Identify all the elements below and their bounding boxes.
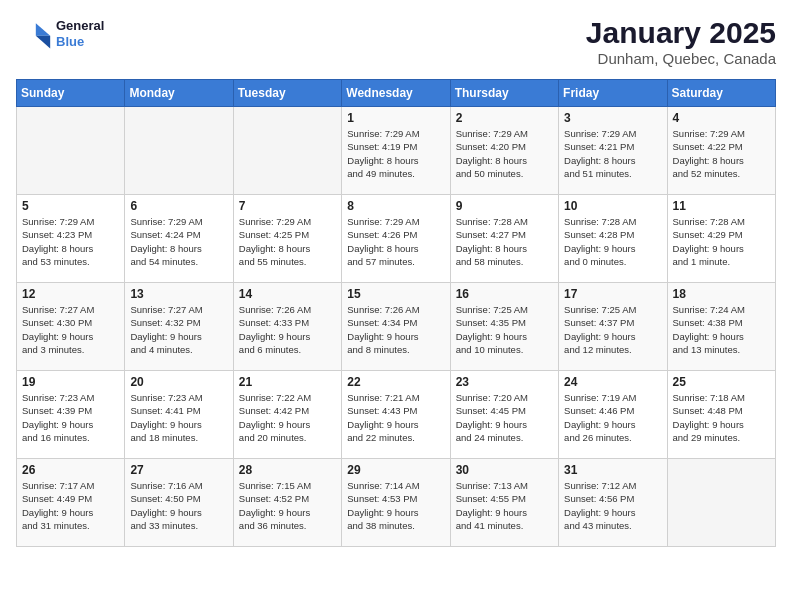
calendar-cell: 2Sunrise: 7:29 AM Sunset: 4:20 PM Daylig…: [450, 107, 558, 195]
day-info: Sunrise: 7:25 AM Sunset: 4:35 PM Dayligh…: [456, 303, 553, 356]
day-number: 8: [347, 199, 444, 213]
day-number: 6: [130, 199, 227, 213]
day-info: Sunrise: 7:19 AM Sunset: 4:46 PM Dayligh…: [564, 391, 661, 444]
calendar-cell: 19Sunrise: 7:23 AM Sunset: 4:39 PM Dayli…: [17, 371, 125, 459]
day-number: 1: [347, 111, 444, 125]
day-number: 20: [130, 375, 227, 389]
day-info: Sunrise: 7:29 AM Sunset: 4:23 PM Dayligh…: [22, 215, 119, 268]
calendar-cell: 13Sunrise: 7:27 AM Sunset: 4:32 PM Dayli…: [125, 283, 233, 371]
day-number: 27: [130, 463, 227, 477]
day-info: Sunrise: 7:23 AM Sunset: 4:39 PM Dayligh…: [22, 391, 119, 444]
day-info: Sunrise: 7:15 AM Sunset: 4:52 PM Dayligh…: [239, 479, 336, 532]
calendar-cell: 18Sunrise: 7:24 AM Sunset: 4:38 PM Dayli…: [667, 283, 775, 371]
day-number: 28: [239, 463, 336, 477]
day-number: 5: [22, 199, 119, 213]
calendar-cell: [17, 107, 125, 195]
calendar-week-row: 1Sunrise: 7:29 AM Sunset: 4:19 PM Daylig…: [17, 107, 776, 195]
day-info: Sunrise: 7:29 AM Sunset: 4:22 PM Dayligh…: [673, 127, 770, 180]
day-info: Sunrise: 7:25 AM Sunset: 4:37 PM Dayligh…: [564, 303, 661, 356]
calendar-cell: 7Sunrise: 7:29 AM Sunset: 4:25 PM Daylig…: [233, 195, 341, 283]
day-info: Sunrise: 7:29 AM Sunset: 4:20 PM Dayligh…: [456, 127, 553, 180]
calendar-cell: 14Sunrise: 7:26 AM Sunset: 4:33 PM Dayli…: [233, 283, 341, 371]
calendar-cell: 20Sunrise: 7:23 AM Sunset: 4:41 PM Dayli…: [125, 371, 233, 459]
calendar-header: SundayMondayTuesdayWednesdayThursdayFrid…: [17, 80, 776, 107]
weekday-header: Thursday: [450, 80, 558, 107]
calendar-cell: 30Sunrise: 7:13 AM Sunset: 4:55 PM Dayli…: [450, 459, 558, 547]
calendar-cell: 4Sunrise: 7:29 AM Sunset: 4:22 PM Daylig…: [667, 107, 775, 195]
title-block: January 2025 Dunham, Quebec, Canada: [586, 16, 776, 67]
day-number: 4: [673, 111, 770, 125]
day-info: Sunrise: 7:16 AM Sunset: 4:50 PM Dayligh…: [130, 479, 227, 532]
day-number: 7: [239, 199, 336, 213]
svg-marker-1: [36, 36, 50, 49]
calendar-cell: 10Sunrise: 7:28 AM Sunset: 4:28 PM Dayli…: [559, 195, 667, 283]
day-number: 12: [22, 287, 119, 301]
weekday-header: Wednesday: [342, 80, 450, 107]
calendar-cell: 3Sunrise: 7:29 AM Sunset: 4:21 PM Daylig…: [559, 107, 667, 195]
day-info: Sunrise: 7:28 AM Sunset: 4:27 PM Dayligh…: [456, 215, 553, 268]
day-info: Sunrise: 7:29 AM Sunset: 4:21 PM Dayligh…: [564, 127, 661, 180]
day-info: Sunrise: 7:17 AM Sunset: 4:49 PM Dayligh…: [22, 479, 119, 532]
calendar-cell: 5Sunrise: 7:29 AM Sunset: 4:23 PM Daylig…: [17, 195, 125, 283]
day-number: 26: [22, 463, 119, 477]
day-info: Sunrise: 7:24 AM Sunset: 4:38 PM Dayligh…: [673, 303, 770, 356]
day-info: Sunrise: 7:27 AM Sunset: 4:32 PM Dayligh…: [130, 303, 227, 356]
calendar-cell: 11Sunrise: 7:28 AM Sunset: 4:29 PM Dayli…: [667, 195, 775, 283]
logo-line1: General: [56, 18, 104, 34]
calendar-week-row: 5Sunrise: 7:29 AM Sunset: 4:23 PM Daylig…: [17, 195, 776, 283]
day-info: Sunrise: 7:18 AM Sunset: 4:48 PM Dayligh…: [673, 391, 770, 444]
day-info: Sunrise: 7:27 AM Sunset: 4:30 PM Dayligh…: [22, 303, 119, 356]
day-info: Sunrise: 7:29 AM Sunset: 4:24 PM Dayligh…: [130, 215, 227, 268]
calendar-cell: 8Sunrise: 7:29 AM Sunset: 4:26 PM Daylig…: [342, 195, 450, 283]
calendar-cell: 24Sunrise: 7:19 AM Sunset: 4:46 PM Dayli…: [559, 371, 667, 459]
day-info: Sunrise: 7:20 AM Sunset: 4:45 PM Dayligh…: [456, 391, 553, 444]
calendar-cell: 17Sunrise: 7:25 AM Sunset: 4:37 PM Dayli…: [559, 283, 667, 371]
weekday-row: SundayMondayTuesdayWednesdayThursdayFrid…: [17, 80, 776, 107]
calendar-cell: 9Sunrise: 7:28 AM Sunset: 4:27 PM Daylig…: [450, 195, 558, 283]
day-info: Sunrise: 7:12 AM Sunset: 4:56 PM Dayligh…: [564, 479, 661, 532]
day-number: 11: [673, 199, 770, 213]
calendar-cell: 1Sunrise: 7:29 AM Sunset: 4:19 PM Daylig…: [342, 107, 450, 195]
calendar-week-row: 19Sunrise: 7:23 AM Sunset: 4:39 PM Dayli…: [17, 371, 776, 459]
calendar-cell: 12Sunrise: 7:27 AM Sunset: 4:30 PM Dayli…: [17, 283, 125, 371]
calendar-cell: 15Sunrise: 7:26 AM Sunset: 4:34 PM Dayli…: [342, 283, 450, 371]
day-number: 18: [673, 287, 770, 301]
calendar-week-row: 12Sunrise: 7:27 AM Sunset: 4:30 PM Dayli…: [17, 283, 776, 371]
day-info: Sunrise: 7:23 AM Sunset: 4:41 PM Dayligh…: [130, 391, 227, 444]
day-info: Sunrise: 7:28 AM Sunset: 4:29 PM Dayligh…: [673, 215, 770, 268]
calendar-title: January 2025: [586, 16, 776, 50]
calendar-cell: 23Sunrise: 7:20 AM Sunset: 4:45 PM Dayli…: [450, 371, 558, 459]
day-info: Sunrise: 7:29 AM Sunset: 4:26 PM Dayligh…: [347, 215, 444, 268]
day-info: Sunrise: 7:14 AM Sunset: 4:53 PM Dayligh…: [347, 479, 444, 532]
day-number: 29: [347, 463, 444, 477]
weekday-header: Monday: [125, 80, 233, 107]
calendar-subtitle: Dunham, Quebec, Canada: [586, 50, 776, 67]
calendar-cell: [233, 107, 341, 195]
calendar-cell: 31Sunrise: 7:12 AM Sunset: 4:56 PM Dayli…: [559, 459, 667, 547]
day-number: 23: [456, 375, 553, 389]
logo: General Blue: [16, 16, 104, 52]
calendar-cell: 26Sunrise: 7:17 AM Sunset: 4:49 PM Dayli…: [17, 459, 125, 547]
day-info: Sunrise: 7:21 AM Sunset: 4:43 PM Dayligh…: [347, 391, 444, 444]
day-number: 15: [347, 287, 444, 301]
logo-icon: [16, 16, 52, 52]
day-number: 3: [564, 111, 661, 125]
day-number: 24: [564, 375, 661, 389]
calendar-cell: 28Sunrise: 7:15 AM Sunset: 4:52 PM Dayli…: [233, 459, 341, 547]
day-number: 21: [239, 375, 336, 389]
day-info: Sunrise: 7:22 AM Sunset: 4:42 PM Dayligh…: [239, 391, 336, 444]
calendar-table: SundayMondayTuesdayWednesdayThursdayFrid…: [16, 79, 776, 547]
weekday-header: Friday: [559, 80, 667, 107]
calendar-cell: 21Sunrise: 7:22 AM Sunset: 4:42 PM Dayli…: [233, 371, 341, 459]
day-number: 30: [456, 463, 553, 477]
calendar-body: 1Sunrise: 7:29 AM Sunset: 4:19 PM Daylig…: [17, 107, 776, 547]
calendar-cell: 29Sunrise: 7:14 AM Sunset: 4:53 PM Dayli…: [342, 459, 450, 547]
day-info: Sunrise: 7:26 AM Sunset: 4:33 PM Dayligh…: [239, 303, 336, 356]
svg-marker-0: [36, 23, 50, 36]
day-number: 10: [564, 199, 661, 213]
day-number: 22: [347, 375, 444, 389]
page-header: General Blue January 2025 Dunham, Quebec…: [16, 16, 776, 67]
day-number: 25: [673, 375, 770, 389]
day-number: 13: [130, 287, 227, 301]
day-number: 2: [456, 111, 553, 125]
